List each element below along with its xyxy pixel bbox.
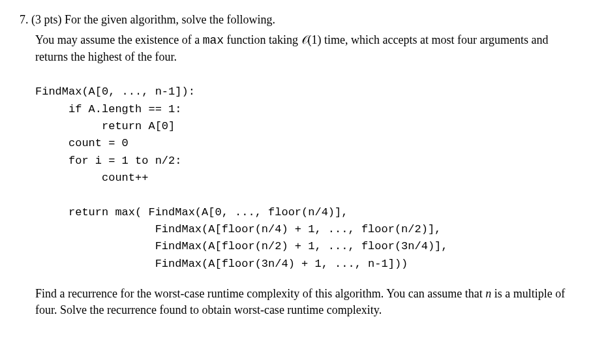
code-line-1: FindMax(A[0, ..., n-1]): xyxy=(35,85,195,98)
code-line-2: if A.length == 1: xyxy=(35,103,181,115)
code-line-9: FindMax(A[floor(n/4) + 1, ..., floor(n/2… xyxy=(35,223,441,235)
problem-task: Find a recurrence for the worst-case run… xyxy=(35,286,571,318)
task-var-n: n xyxy=(485,287,491,300)
intro-bigo: 𝒪(1) xyxy=(301,33,322,46)
problem-header: 7. (3 pts) For the given algorithm, solv… xyxy=(20,13,571,27)
code-line-10: FindMax(A[floor(n/2) + 1, ..., floor(3n/… xyxy=(35,240,448,252)
intro-text-1: You may assume the existence of a xyxy=(35,33,203,46)
algorithm-code: FindMax(A[0, ..., n-1]): if A.length == … xyxy=(35,83,571,273)
code-line-8: return max( FindMax(A[0, ..., floor(n/4)… xyxy=(35,206,348,219)
problem-title: For the given algorithm, solve the follo… xyxy=(65,13,275,26)
code-line-11: FindMax(A[floor(3n/4) + 1, ..., n-1])) xyxy=(35,258,408,270)
code-line-3: return A[0] xyxy=(35,120,175,132)
problem-points: (3 pts) xyxy=(31,13,62,26)
code-line-4: count = 0 xyxy=(35,137,129,149)
problem-intro: You may assume the existence of a max fu… xyxy=(35,32,571,65)
intro-text-2: function taking xyxy=(224,33,301,46)
problem-number: 7. xyxy=(20,13,29,26)
code-line-5: for i = 1 to n/2: xyxy=(35,155,181,167)
task-text-1: Find a recurrence for the worst-case run… xyxy=(35,287,485,300)
intro-code-max: max xyxy=(203,34,224,47)
code-line-6: count++ xyxy=(35,172,148,184)
